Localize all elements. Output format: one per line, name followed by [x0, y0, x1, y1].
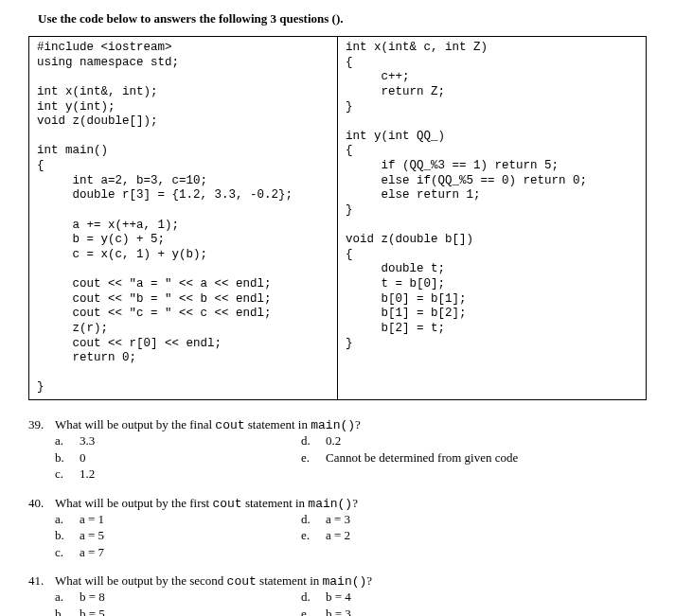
opt-val: b = 4: [326, 589, 351, 606]
opt-letter: c.: [55, 466, 80, 483]
q-mono2: main(): [308, 497, 352, 511]
opt-val: a = 5: [80, 527, 104, 544]
q-pre: What will be output by the final: [55, 417, 215, 431]
q-mid: statement in: [257, 573, 323, 588]
opt-letter: a.: [55, 511, 80, 528]
code-left: #include <iostream> using namespace std;…: [29, 37, 338, 399]
option-a: a.a = 1: [55, 511, 301, 528]
code-box: #include <iostream> using namespace std;…: [28, 36, 647, 400]
q-post: ?: [366, 573, 372, 588]
opt-val: 3.3: [80, 432, 95, 449]
question-40: 40. What will be output by the first cou…: [28, 496, 647, 561]
q-mono: cout: [212, 497, 241, 511]
opt-val: b = 3: [326, 606, 351, 616]
opt-letter: b.: [55, 527, 80, 544]
opt-letter: a.: [55, 589, 80, 606]
option-d: d.a = 3: [301, 511, 647, 528]
opt-val: a = 1: [80, 511, 104, 528]
opt-letter: d.: [301, 511, 326, 528]
question-text: What will be output by the second cout s…: [55, 573, 647, 589]
q-mono: cout: [215, 418, 244, 432]
opt-val: a = 2: [326, 527, 350, 544]
opt-val: 1.2: [80, 466, 95, 483]
q-mid: statement in: [242, 496, 309, 510]
options: a.b = 8 b.b = 5 c.b = 10 d.b = 4 e.b = 3: [55, 589, 647, 616]
question-number: 41.: [28, 573, 55, 589]
q-mono2: main(): [311, 418, 355, 432]
opt-val: 0.2: [326, 432, 341, 449]
q-pre: What will be output by the first: [55, 496, 212, 510]
opt-letter: e.: [301, 449, 326, 466]
question-41: 41. What will be output by the second co…: [28, 573, 647, 616]
q-post: ?: [352, 496, 358, 510]
question-text: What will be output by the first cout st…: [55, 496, 647, 511]
opt-val: b = 8: [80, 589, 105, 606]
opt-val: a = 7: [80, 544, 104, 561]
opt-letter: e.: [301, 527, 326, 544]
code-right: int x(int& c, int Z) { c++; return Z; } …: [338, 37, 646, 399]
q-post: ?: [355, 417, 361, 431]
question-text: What will be output by the final cout st…: [55, 417, 647, 432]
options: a.a = 1 b.a = 5 c.a = 7 d.a = 3 e.a = 2: [55, 511, 647, 561]
opt-val: Cannot be determined from given code: [326, 449, 518, 466]
question-number: 39.: [28, 417, 55, 432]
opt-val: a = 3: [326, 511, 350, 528]
opt-letter: c.: [55, 544, 80, 561]
option-d: d.0.2: [301, 432, 647, 449]
option-a: a.3.3: [55, 432, 301, 449]
opt-letter: d.: [301, 432, 326, 449]
opt-val: 0: [80, 449, 86, 466]
opt-letter: b.: [55, 449, 80, 466]
option-b: b.a = 5: [55, 527, 301, 544]
opt-letter: a.: [55, 432, 80, 449]
opt-letter: e.: [301, 606, 326, 616]
q-mono: cout: [227, 574, 257, 589]
options: a.3.3 b.0 c.1.2 d.0.2 e.Cannot be determ…: [55, 432, 647, 483]
question-number: 40.: [28, 496, 55, 511]
option-a: a.b = 8: [55, 589, 301, 606]
option-b: b.0: [55, 449, 301, 466]
opt-val: b = 5: [80, 606, 105, 616]
option-c: c.a = 7: [55, 544, 301, 561]
option-e: e.b = 3: [301, 606, 647, 616]
opt-letter: d.: [301, 589, 326, 606]
option-e: e.a = 2: [301, 527, 647, 544]
option-b: b.b = 5: [55, 606, 301, 616]
question-39: 39. What will be output by the final cou…: [28, 417, 647, 483]
opt-letter: b.: [55, 606, 80, 616]
instruction-text: Use the code below to answers the follow…: [38, 11, 647, 26]
option-c: c.1.2: [55, 466, 301, 483]
option-e: e.Cannot be determined from given code: [301, 449, 647, 466]
q-pre: What will be output by the second: [55, 573, 227, 588]
q-mono2: main(): [323, 574, 367, 589]
q-mid: statement in: [245, 417, 311, 431]
option-d: d.b = 4: [301, 589, 647, 606]
